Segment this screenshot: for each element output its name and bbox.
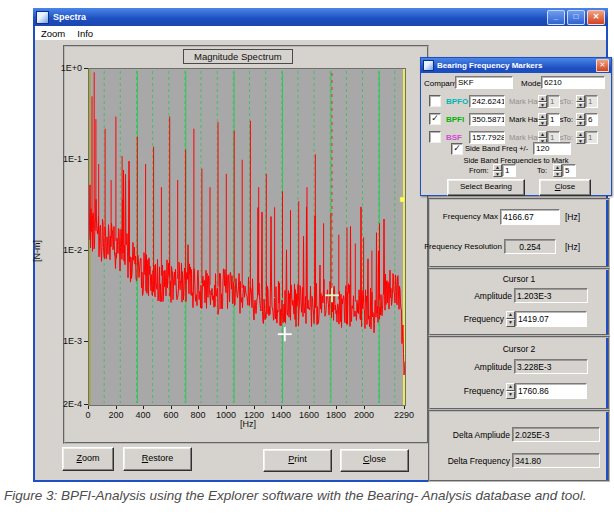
y-axis-label: [N-m] [32,240,42,262]
x-tick-label: 2290 [386,410,422,420]
menu-item-zoom[interactable]: Zoom [35,28,71,39]
y-tick-label: 1E-1 [48,154,82,164]
zoom-button[interactable]: Zoom [62,447,114,471]
app-icon [36,11,49,24]
bpfi-to-label: To: [563,115,573,124]
maximize-icon[interactable]: □ [567,10,585,25]
frequency-resolution-label: Frequency Resolution [424,242,502,251]
bpfo-to-spinner[interactable]: ▲▼ [576,95,585,108]
from-spinner[interactable]: ▲▼ [493,164,502,177]
y-tick-label: 1E+0 [48,63,82,73]
bpfi-from-value[interactable]: 1 [547,113,560,126]
delta-amplitude-value: 2.025E-3 [512,427,600,442]
to-value[interactable]: 5 [562,164,576,177]
cursor2-amplitude-label: Amplitude [474,362,512,372]
spin-up-icon[interactable]: ▲ [506,311,515,319]
menu-bar: Zoom Info [35,26,606,40]
delta-frequency-value: 341.80 [512,453,600,468]
bpfi-row: ✓ BPFI 350.5871 Mark Harmonics ▲▼ 1 To: … [421,112,613,127]
close-icon[interactable]: ✕ [587,10,605,25]
spectrum-svg [89,69,405,405]
bpfi-checkbox[interactable]: ✓ [429,113,441,125]
spin-down-icon[interactable]: ▼ [506,319,515,327]
dialog-titlebar[interactable]: Bearing Frequency Markers ✕ [421,58,611,73]
minimize-icon[interactable]: _ [547,10,565,25]
bpfo-from-value[interactable]: 1 [547,95,560,108]
dialog-close-button[interactable]: Close [539,179,591,196]
y-tick-label: 2E-4 [48,399,82,409]
frequency-resolution-value: 0.254 [504,239,556,254]
model-field[interactable]: 6210 [541,76,605,89]
spin-down-icon[interactable]: ▼ [506,391,515,399]
frequency-max-unit: [Hz] [565,212,580,222]
select-bearing-button[interactable]: Select Bearing [447,179,525,196]
to-spinner[interactable]: ▲▼ [553,164,562,177]
frequency-max-value: 4166.67 [500,209,560,225]
company-field[interactable]: SKF [455,76,513,89]
bpfi-value: 350.5871 [469,113,505,126]
dialog-close-icon[interactable]: ✕ [596,59,609,72]
frequency-resolution-unit: [Hz] [565,242,580,252]
bpfo-to-label: To: [563,97,573,106]
bpfi-to-value[interactable]: 6 [585,113,598,126]
bpfi-from-spinner[interactable]: ▲▼ [538,113,547,126]
x-axis-label: [Hz] [230,419,266,429]
frequency-max-label: Frequency Max [443,212,498,221]
sideband-label: Side Band Freq +/- [465,144,528,153]
spin-down-icon[interactable]: ▼ [538,120,547,127]
figure-caption: Figure 3: BPFI-Analysis using the Explor… [4,488,610,503]
bsf-to-value[interactable]: 1 [585,131,598,144]
company-label: Company [424,79,458,88]
dialog-title: Bearing Frequency Markers [437,61,542,70]
y-tick-label: 1E-3 [48,336,82,346]
restore-button[interactable]: Restore [123,447,192,471]
bpfo-checkbox[interactable] [429,95,441,107]
bsf-row: BSF 157.7928 Mark Harmonics ▲▼ 1 To: ▲▼ … [421,130,613,145]
spectrum-plot[interactable] [88,68,406,406]
cursor1-frequency-value[interactable]: 1419.07 [515,311,587,327]
spin-down-icon[interactable]: ▼ [493,171,502,178]
print-button[interactable]: Print [263,449,332,472]
dialog-icon [423,60,434,71]
bpfo-row: BPFO 242.6241 Mark Harmonics ▲▼ 1 To: ▲▼… [421,94,613,109]
sideband-checkbox[interactable]: ✓ [451,143,463,155]
close-button[interactable]: Close [340,449,409,472]
bsf-to-spinner[interactable]: ▲▼ [576,131,585,144]
spin-down-icon[interactable]: ▼ [553,171,562,178]
delta-group: Delta Ampliude 2.025E-3 Delta Frequency … [428,410,610,482]
bsf-label: BSF [446,133,462,142]
cursor2-title: Cursor 2 [430,344,608,354]
delta-frequency-label: Delta Frequency [448,456,510,466]
bpfi-to-spinner[interactable]: ▲▼ [576,113,585,126]
spin-down-icon[interactable]: ▼ [576,138,585,145]
sideband-value[interactable]: 120 [533,142,571,155]
cursor1-group: Cursor 1 Amplitude 1.203E-3 Frequency ▲▼… [428,268,610,336]
spin-down-icon[interactable]: ▼ [538,102,547,109]
window-titlebar[interactable]: Spectra _ □ ✕ [33,8,608,26]
spin-down-icon[interactable]: ▼ [576,120,585,127]
chart-title: Magnitude Spectrum [183,49,293,64]
band-handle [400,197,405,202]
bpfo-value: 242.6241 [469,95,505,108]
cursor1-frequency-label: Frequency [464,314,504,324]
menu-item-info[interactable]: Info [71,28,99,39]
cursor1-amplitude-value: 1.203E-3 [514,288,588,303]
spin-down-icon[interactable]: ▼ [576,102,585,109]
to-label: To: [537,166,547,175]
cursor2-frequency-value[interactable]: 1760.86 [515,383,587,399]
bpfi-label: BPFI [446,115,464,124]
from-value[interactable]: 1 [502,164,516,177]
cursor2-frequency-label: Frequency [464,386,504,396]
bsf-checkbox[interactable] [429,131,441,143]
bpfo-label: BPFO [446,97,468,106]
cursor2-group: Cursor 2 Amplitude 3.228E-3 Frequency ▲▼… [428,336,610,410]
y-tick-label: 1E-2 [48,245,82,255]
cursor2-frequency-spinner[interactable]: ▲▼ [506,383,515,399]
delta-amplitude-label: Delta Ampliude [453,430,510,440]
from-label: From: [469,166,489,175]
bpfo-to-value[interactable]: 1 [585,95,598,108]
spin-up-icon[interactable]: ▲ [506,383,515,391]
bpfo-from-spinner[interactable]: ▲▼ [538,95,547,108]
bsf-to-label: To: [563,133,573,142]
cursor1-frequency-spinner[interactable]: ▲▼ [506,311,515,327]
